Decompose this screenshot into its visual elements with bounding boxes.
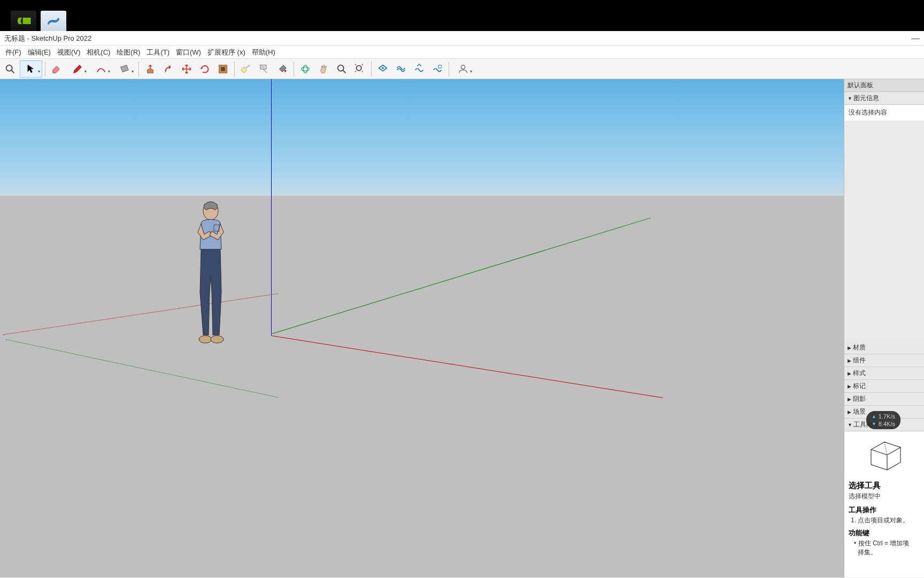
panel-materials[interactable]: 材质 <box>844 341 924 354</box>
svg-point-1 <box>6 65 12 71</box>
toolbar-separator <box>138 62 139 77</box>
tool-warehouse-icon[interactable] <box>374 60 391 78</box>
svg-rect-0 <box>23 18 31 24</box>
svg-point-11 <box>302 67 310 71</box>
instructor-op-step: 1. 点击项目或对象。 <box>851 516 920 525</box>
svg-rect-4 <box>221 67 225 71</box>
network-overlay: 1.7K/s 8.4K/s <box>866 411 900 429</box>
panel-instructor-body: 选择工具 选择模型中 工具操作 1. 点击项目或对象。 功能键 • 按住 Ctr… <box>844 431 924 578</box>
side-tray: 默认面板 图元信息 没有选择内容 材质 组件 样式 标记 阴影 场景 工具向导 … <box>844 79 924 577</box>
panel-tags[interactable]: 标记 <box>844 380 924 393</box>
tool-pan[interactable] <box>315 60 332 78</box>
svg-point-16 <box>382 67 384 69</box>
scale-figure[interactable] <box>188 201 239 345</box>
instructor-title: 选择工具 <box>849 481 920 491</box>
panel-entity-info-header[interactable]: 图元信息 <box>844 92 924 105</box>
svg-text:A1: A1 <box>261 65 265 69</box>
tool-paintbucket[interactable] <box>274 60 291 78</box>
axis-blue <box>271 79 272 336</box>
tool-search-icon[interactable] <box>2 60 19 78</box>
svg-point-22 <box>211 336 224 343</box>
net-download: 8.4K/s <box>879 421 895 427</box>
tool-arc[interactable] <box>90 60 112 78</box>
tool-offset[interactable] <box>160 60 177 78</box>
tool-tapemeasure[interactable] <box>237 60 255 78</box>
toolbar-separator <box>371 62 372 77</box>
svg-point-21 <box>199 336 212 343</box>
svg-line-6 <box>246 65 250 68</box>
window-title: 无标题 - SketchUp Pro 2022 <box>4 34 91 43</box>
minimize-button[interactable]: — <box>911 34 920 43</box>
tool-ext2-icon[interactable] <box>411 60 428 78</box>
toolbar-separator <box>234 62 235 77</box>
instructor-illustration <box>860 438 908 475</box>
toolbar: A1 <box>0 59 924 79</box>
panel-entity-spacer <box>844 120 924 341</box>
tool-pushpull[interactable] <box>142 60 159 78</box>
tool-text[interactable]: A1 <box>256 60 273 78</box>
viewport-3d[interactable]: ⬉ <box>0 79 844 577</box>
tool-ext3-icon[interactable] <box>429 60 446 78</box>
titlebar: 无标题 - SketchUp Pro 2022 — <box>0 31 924 46</box>
tray-title[interactable]: 默认面板 <box>844 79 924 92</box>
tool-scale[interactable] <box>214 60 232 78</box>
menu-camera[interactable]: 相机(C) <box>83 47 113 58</box>
svg-point-18 <box>461 65 465 69</box>
menu-file[interactable]: 件(F) <box>2 47 25 58</box>
svg-rect-17 <box>438 65 442 68</box>
panel-components[interactable]: 组件 <box>844 354 924 367</box>
toolbar-separator <box>449 62 449 77</box>
panel-shadows[interactable]: 阴影 <box>844 393 924 406</box>
tool-select[interactable] <box>20 60 42 78</box>
svg-point-5 <box>242 67 247 72</box>
menu-draw[interactable]: 绘图(R) <box>113 47 143 58</box>
tool-ext1-icon[interactable] <box>392 60 410 78</box>
app-window: 无标题 - SketchUp Pro 2022 — 件(F) 编辑(E) 视图(… <box>0 31 924 578</box>
tool-eraser[interactable] <box>48 60 65 78</box>
instructor-fn-text: • 按住 Ctrl = 增加项 择集。 <box>854 539 920 557</box>
menu-help[interactable]: 帮助(H) <box>249 47 279 58</box>
tool-zoom[interactable] <box>333 60 350 78</box>
svg-point-12 <box>303 65 307 73</box>
net-upload: 1.7K/s <box>879 413 895 420</box>
tool-move[interactable] <box>178 60 195 78</box>
taskbar-sketchup-icon[interactable] <box>41 11 66 31</box>
menu-edit[interactable]: 编辑(E) <box>25 47 54 58</box>
menubar: 件(F) 编辑(E) 视图(V) 相机(C) 绘图(R) 工具(T) 窗口(W)… <box>0 46 924 59</box>
svg-point-15 <box>357 65 361 70</box>
svg-line-14 <box>343 70 346 73</box>
content-area: ⬉ 默认面板 图元信息 没有选择内容 材质 组件 样式 标记 阴影 场景 工具向… <box>0 79 924 577</box>
panel-styles[interactable]: 样式 <box>844 367 924 380</box>
menu-tools[interactable]: 工具(T) <box>143 47 173 58</box>
instructor-op-title: 工具操作 <box>849 505 920 515</box>
svg-line-2 <box>12 70 14 73</box>
menu-extensions[interactable]: 扩展程序 (x) <box>204 47 249 58</box>
tool-orbit[interactable] <box>297 60 314 78</box>
svg-point-10 <box>284 70 287 72</box>
tool-rotate[interactable] <box>196 60 213 78</box>
os-taskbar <box>0 0 924 31</box>
viewport-ground <box>0 196 844 577</box>
tool-zoom-extents[interactable] <box>351 60 368 78</box>
menu-view[interactable]: 视图(V) <box>54 47 83 58</box>
taskbar-nvidia-icon[interactable] <box>11 11 36 31</box>
viewport-sky <box>0 79 844 196</box>
tool-user-icon[interactable] <box>452 60 474 78</box>
instructor-fn-title: 功能键 <box>849 528 920 538</box>
svg-line-9 <box>263 69 267 73</box>
toolbar-separator <box>45 62 45 77</box>
svg-point-13 <box>338 65 344 71</box>
instructor-subtitle: 选择模型中 <box>849 492 920 501</box>
panel-entity-info-body: 没有选择内容 <box>844 105 924 120</box>
toolbar-separator <box>294 62 294 77</box>
menu-window[interactable]: 窗口(W) <box>173 47 204 58</box>
tool-rectangle[interactable] <box>113 60 136 78</box>
tool-pencil[interactable] <box>66 60 89 78</box>
